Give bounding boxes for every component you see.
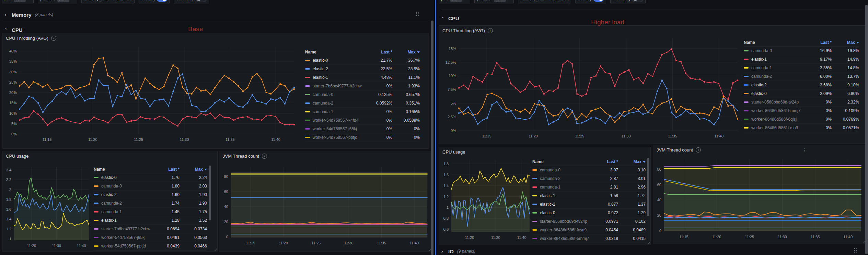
legend-row[interactable]: worker-86486d586f-fxsn90%0.0571% (744, 124, 859, 132)
memory-state-value[interactable]: Committed (112, 0, 132, 1)
series-name[interactable]: elastic-1 (101, 218, 153, 223)
section-row-memory[interactable]: › Memory (8 panels) (5, 11, 53, 19)
panel-title[interactable]: CPU Throttling (AVG) (6, 36, 48, 41)
series-name[interactable]: elastic-2 (101, 192, 153, 197)
legend-row[interactable]: elastic-222.5%28.9% (305, 65, 420, 73)
pane-scrollbar[interactable] (865, 5, 868, 254)
scaling-switch[interactable]: Scaling (139, 0, 170, 3)
legend-row[interactable]: worker-86486d586f-5mmj70.03180.0415 (532, 234, 646, 243)
scaling-toggle[interactable] (157, 0, 167, 2)
legend-header-last[interactable]: Last * (591, 159, 618, 164)
legend-row[interactable]: elastic-23.68%9.18% (744, 81, 859, 89)
legend-row[interactable]: worker-86486d586f-6qlsj0%0.0769% (744, 115, 859, 124)
series-name[interactable]: camunda-1 (313, 109, 366, 114)
legend-row[interactable]: camunda-00.125%0.657% (305, 90, 420, 99)
pod-filter-value[interactable]: All▾ (450, 0, 462, 2)
legend-row[interactable]: elastic-02.09%6.80% (744, 89, 859, 98)
panel-title[interactable]: CPU usage (442, 149, 465, 155)
throttling-toggle[interactable] (632, 0, 643, 2)
chart-canvas-jvm-thread-count[interactable]: 02040608011:1511:2011:2511:3011:3511:40 (656, 157, 864, 241)
section-title-cpu[interactable]: CPU (12, 27, 23, 33)
chart-canvas-cpu-usage[interactable]: 0.60.811.21.41.61.811:2011:3011:40 (440, 158, 532, 242)
legend-scrollbar[interactable] (647, 158, 649, 216)
series-name[interactable]: elastic-1 (751, 57, 805, 62)
chart-canvas-cpu-throttling[interactable]: 0%2.5%5%7.5%10%12.5%15%11:1511:2011:2511… (441, 37, 740, 140)
info-icon[interactable]: i (262, 154, 267, 159)
legend-row[interactable]: elastic-19.17%14.9% (744, 55, 859, 64)
legend-row[interactable]: camunda-12.812.96 (532, 183, 646, 192)
chevron-right-icon[interactable]: › (441, 248, 445, 254)
legend-row[interactable]: camunda-26.00%13.7% (744, 72, 859, 81)
clear-filter-icon[interactable]: ✕ (465, 0, 468, 1)
series-name[interactable]: camunda-1 (751, 65, 805, 70)
panel-resize-handle[interactable] (428, 248, 431, 251)
pod-filter[interactable]: pod All▾ ✕ (439, 0, 470, 3)
panel-title[interactable]: JVM Thread count (657, 147, 693, 153)
legend-row[interactable]: camunda-016.9%19.8% (744, 47, 859, 55)
series-name[interactable]: starter-7b6bc49777-h2chw (313, 84, 366, 88)
memory-state-filter[interactable]: memory_state Committed (81, 0, 135, 3)
series-name[interactable]: worker-86486d586f-5mmj7 (751, 108, 805, 113)
legend-header-name[interactable]: Name (744, 40, 805, 45)
throttling-toggle[interactable] (196, 0, 207, 2)
legend-row[interactable]: camunda-10%0.165% (305, 108, 420, 116)
legend-row[interactable]: worker-86486d586f-6qlsj0.03020.0313 (532, 243, 646, 245)
pod-filter-value[interactable]: All▾ (14, 0, 26, 2)
legend-row[interactable]: elastic-11.281.52 (94, 216, 207, 225)
legend-row[interactable]: camunda-11.451.75 (94, 208, 207, 216)
legend-row[interactable]: worker-54d758567-j65kj0%0% (305, 125, 420, 133)
section-title-memory[interactable]: Memory (12, 12, 32, 18)
series-name[interactable]: camunda-0 (751, 48, 805, 53)
series-name[interactable]: camunda-0 (101, 184, 153, 189)
chevron-down-icon[interactable]: › (440, 16, 446, 20)
row-drag-handle-icon[interactable] (854, 248, 857, 253)
series-name[interactable]: elastic-1 (313, 75, 366, 80)
series-name[interactable]: camunda-2 (751, 74, 805, 79)
legend-header-last[interactable]: Last * (153, 167, 180, 172)
partition-filter[interactable]: partition All▾ ✕ (38, 0, 77, 3)
legend-row[interactable]: elastic-00.9721.29 (532, 209, 646, 217)
panel-title[interactable]: CPU Throttling (AVG) (442, 28, 485, 33)
info-icon[interactable]: i (488, 28, 493, 33)
section-row-cpu[interactable]: › CPU (5, 26, 23, 34)
partition-filter[interactable]: partition All▾ ✕ (474, 0, 514, 3)
series-name[interactable]: camunda-1 (101, 209, 153, 214)
legend-row[interactable]: camunda-13.35%14.8% (744, 64, 859, 72)
partition-filter-value[interactable]: All▾ (494, 0, 506, 2)
scaling-switch[interactable]: Scaling (575, 0, 606, 3)
series-name[interactable]: camunda-0 (540, 168, 591, 172)
series-name[interactable]: elastic-2 (313, 66, 366, 71)
legend-row[interactable]: worker-54d758567-pptjd0.04390.0466 (94, 242, 207, 251)
legend-header-max[interactable]: Max (392, 50, 420, 54)
partition-filter-value[interactable]: All▾ (57, 0, 69, 2)
section-row-io[interactable]: › IO (9 panels) (441, 247, 475, 255)
legend-row[interactable]: worker-54d758567-j65kj0.04910.0563 (94, 233, 207, 242)
series-name[interactable]: elastic-2 (751, 83, 805, 87)
panel-resize-handle[interactable] (647, 241, 650, 244)
throttling-switch[interactable]: Throttling (174, 0, 209, 3)
series-name[interactable]: worker-86486d586f-fxsn9 (751, 125, 805, 130)
series-name[interactable]: elastic-0 (540, 210, 591, 215)
panel-menu-icon[interactable]: ⋮ (802, 149, 807, 151)
legend-header-name[interactable]: Name (94, 167, 153, 172)
legend-row[interactable]: starter-8568bbd69d-tv24p0.09710.102 (532, 217, 646, 226)
legend-row[interactable]: elastic-01.762.24 (94, 173, 207, 182)
series-name[interactable]: worker-54d758567-pptjd (101, 244, 153, 248)
series-name[interactable]: worker-86486d586f-5mmj7 (540, 236, 591, 241)
series-name[interactable]: elastic-0 (101, 175, 153, 180)
legend-row[interactable]: starter-8568bbd69d-tv24p0%2.32% (744, 98, 859, 107)
series-name[interactable]: worker-86486d586f-fxsn9 (540, 228, 591, 232)
legend-row[interactable]: worker-86486d586f-fxsn90.04540.0489 (532, 226, 646, 234)
series-name[interactable]: worker-86486d586f-6qlsj (540, 245, 591, 245)
legend-header-max[interactable]: Max (618, 159, 646, 164)
pane-scrollbar[interactable] (431, 21, 433, 255)
memory-state-filter[interactable]: memory_state Committed (518, 0, 571, 3)
legend-header-max[interactable]: Max (180, 167, 207, 172)
series-name[interactable]: elastic-2 (540, 202, 591, 207)
section-title-io[interactable]: IO (448, 248, 454, 254)
legend-row[interactable]: starter-7b6bc49777-h2chw0%1.93% (305, 82, 420, 90)
legend-scrollbar[interactable] (209, 166, 211, 220)
series-name[interactable]: elastic-0 (751, 91, 805, 96)
series-name[interactable]: starter-7b6bc49777-h2chw (101, 227, 153, 231)
pod-filter[interactable]: pod All▾ ✕ (2, 0, 34, 3)
